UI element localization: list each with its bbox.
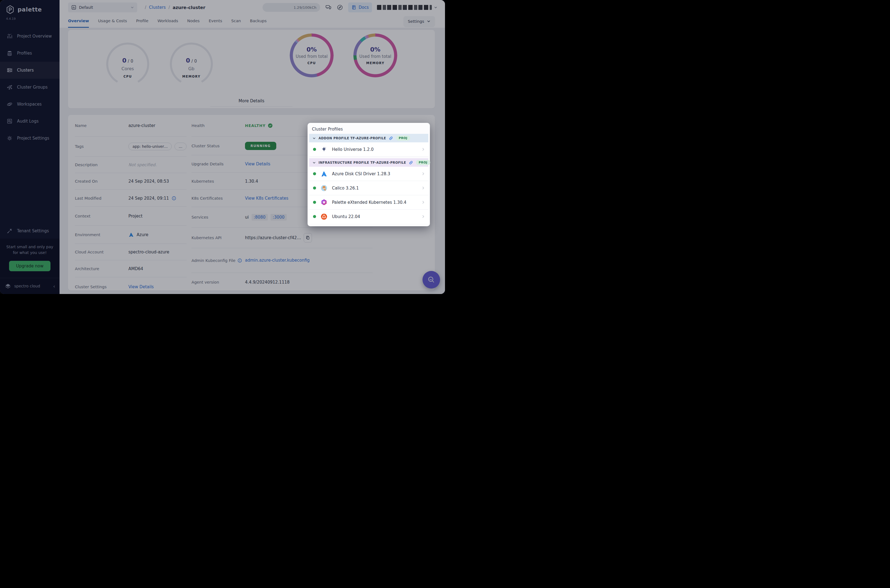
chevron-right-icon bbox=[422, 147, 425, 151]
status-dot bbox=[313, 201, 316, 204]
proj-badge: PROJ bbox=[396, 135, 410, 141]
chevron-down-icon bbox=[312, 161, 316, 164]
ubuntu-icon bbox=[320, 213, 327, 220]
status-dot bbox=[313, 148, 316, 151]
profile-item-hello-universe[interactable]: Hello Universe 1.2.0 bbox=[309, 142, 428, 157]
profile-item-pxk[interactable]: Palette eXtended Kubernetes 1.30.4 bbox=[309, 195, 428, 210]
profile-item-calico[interactable]: Calico 3.26.1 bbox=[309, 181, 428, 195]
status-dot bbox=[313, 172, 316, 175]
pxk-icon bbox=[320, 199, 327, 206]
status-dot bbox=[313, 186, 316, 189]
link-icon bbox=[409, 160, 413, 165]
hello-universe-icon bbox=[320, 146, 327, 153]
chevron-right-icon bbox=[422, 186, 425, 190]
status-dot bbox=[313, 215, 316, 218]
chevron-right-icon bbox=[422, 215, 425, 218]
chevron-down-icon bbox=[312, 136, 316, 140]
chevron-right-icon bbox=[422, 201, 425, 204]
profile-item-azure-disk[interactable]: Azure Disk CSI Driver 1.28.3 bbox=[309, 167, 428, 181]
infrastructure-profile-header[interactable]: INFRASTRUCTURE PROFILE TF-AZURE-PROFILE … bbox=[309, 158, 428, 167]
addon-profile-header[interactable]: ADDON PROFILE TF-AZURE-PROFILE PROJ bbox=[309, 134, 428, 142]
profile-item-ubuntu[interactable]: Ubuntu 22.04 bbox=[309, 210, 428, 224]
calico-icon bbox=[320, 184, 327, 192]
chevron-right-icon bbox=[422, 172, 425, 176]
cluster-profiles-title: Cluster Profiles bbox=[309, 124, 428, 134]
cluster-profiles-panel: Cluster Profiles ADDON PROFILE TF-AZURE-… bbox=[308, 123, 430, 226]
proj-badge: PROJ bbox=[416, 160, 430, 165]
azure-icon bbox=[320, 170, 327, 177]
link-icon bbox=[389, 136, 393, 140]
